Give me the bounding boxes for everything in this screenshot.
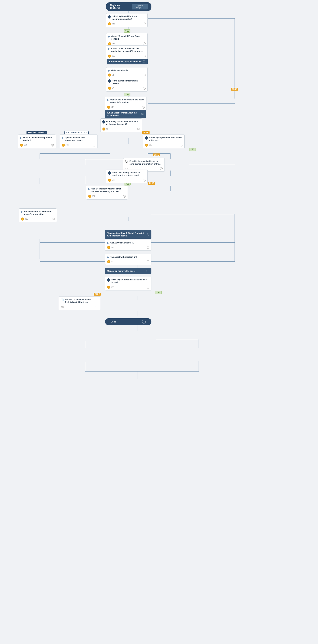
node-n16: ▶ Email the contact about the owner's in… [19,208,57,222]
info-icon-n8[interactable]: i [141,113,143,116]
arrow-icon-n15: ▶ [88,188,90,190]
decision-icon [107,15,111,18]
playbook-triggered-header: Playbook Triggered Inputs / Outputs [106,2,151,11]
info-icon-n16[interactable]: i [52,218,55,220]
section-n17-title: Tag asset on RiskIQ Digital Footprint wi… [107,232,147,237]
playbook-canvas: Playbook Triggered Inputs / Outputs Is R… [0,0,318,644]
info-icon-n13[interactable]: i [160,167,163,170]
node-n1-title: Is RiskIQ Digital Footprint integration … [112,15,146,20]
node-n14-id: #36 [112,179,115,181]
badge-else-n14: ELSE [148,182,155,185]
section-n4: Enrich incident with asset details i [107,59,148,64]
node-n3-title: Clean "Email address of the contact of t… [111,47,146,53]
badge-else-n9: ELSE [142,131,150,134]
info-icon-n9[interactable]: i [137,128,140,130]
lightning-icon-n5: ⚡ [108,74,111,76]
arrow-icon-n11: ▶ [62,136,64,139]
arrow-icon-n2: ▶ [108,35,110,38]
lightning-icon-n12: ⚡ [145,144,148,147]
badge-else-n12: ELSE [153,154,160,156]
info-icon-n18[interactable]: i [147,246,149,249]
node-n6: Is the owner's information present? ⚡ #2… [106,78,148,92]
arrow-icon-n3: ▶ [108,47,110,50]
badge-else-n6: ELSE [231,88,238,90]
node-n3-id: #30 [112,55,115,57]
node-n15: ▶ Update incident with the email address… [86,186,128,200]
arrow-icon-n5: ▶ [108,69,110,72]
node-n14: Is the user willing to send an email and… [106,170,148,184]
decision-icon-n12 [144,136,148,140]
info-icon-n17[interactable]: i [147,233,149,236]
section-n20: Update or Remove the asset i [105,268,151,274]
node-n9: Is primary or secondary contact of the a… [100,118,142,132]
decision-icon-n9 [102,120,106,124]
node-n3: ▶ Clean "Email address of the contact of… [106,46,148,59]
inputs-outputs-button[interactable]: Inputs / Outputs [132,4,148,10]
info-icon-n1[interactable]: i [143,22,146,25]
info-icon-n11[interactable]: i [93,144,95,146]
arrow-icon-n10: ▶ [20,136,22,139]
badge-secondary-contact: SECONDARY CONTACT [64,131,89,134]
node-n5-id: #1 [112,74,114,76]
node-n15-title: Update incident with the email address e… [91,188,126,193]
lightning-icon-n21: ⚡ [107,286,110,289]
node-n21: Is RiskIQ Skip Manual Tasks field set to… [105,276,151,290]
info-icon-n10[interactable]: i [51,144,54,146]
lightning-icon-n3: ⚡ [108,54,111,58]
info-icon-n22[interactable]: i [96,306,98,308]
node-n5: ▶ Get asset details ⚡ #1 i [106,67,148,78]
lightning-icon-n7: ⚡ [107,106,110,109]
info-icon-n3[interactable]: i [143,55,146,58]
badge-primary-contact: PRIMARY CONTACT [26,131,47,134]
node-n12-title: Is RiskIQ Skip Manual Tasks field set to… [149,136,182,142]
decision-icon-n21 [107,278,110,282]
info-icon-n12[interactable]: i [180,144,182,146]
lightning-icon-n2: ⚡ [108,42,111,45]
node-n14-title: Is the user willing to send an email and… [112,171,146,177]
lightning-icon-n15: ⚡ [88,195,91,198]
section-n4-title: Enrich incident with asset details [109,60,142,63]
info-icon-n14[interactable]: i [143,179,146,182]
info-icon-n5[interactable]: i [143,74,146,76]
info-icon-n6[interactable]: i [143,87,146,90]
lightning-icon-n19: ⚡ [107,260,110,263]
lightning-icon-n18: ⚡ [107,246,110,249]
node-n18: ▶ Get XSOAR Server URL ⚡ #26 i [105,240,151,251]
node-n12: Is RiskIQ Skip Manual Tasks field set to… [143,134,185,148]
info-icon-n15[interactable]: i [123,195,126,198]
info-icon-n7[interactable]: i [142,106,145,108]
done-icon: → [142,320,146,324]
info-icon-n21[interactable]: i [147,286,149,288]
info-icon-n2[interactable]: i [143,42,146,45]
node-n19-title: Tag asset with incident link [110,256,137,258]
node-n6-id: #2 [112,87,114,89]
node-n1: Is RiskIQ Digital Footprint integration … [106,13,148,27]
arrow-icon-n18: ▶ [107,242,109,244]
node-n22: 📄 Update Or Remove Assets - RiskIQ Digit… [59,296,100,310]
lightning-icon-n6: ⚡ [108,87,111,90]
node-n11-id: #34 [65,144,69,146]
node-n18-title: Get XSOAR Server URL [110,242,134,244]
node-n22-id: #33 [61,306,64,308]
node-n7: ▶ Update the incident with the asset own… [105,97,147,110]
node-n2-title: Clean "ServerURL" key from context [111,35,146,40]
node-n10-title: Update incident with primary contact [23,136,54,142]
node-n12-id: #28 [149,144,152,146]
info-icon-n19[interactable]: i [147,260,149,263]
decision-icon-n6 [107,79,111,83]
badge-yes-n6: YES [124,93,130,96]
node-n15-id: #37 [92,195,95,197]
node-n13-title: Provide the email address to send owner … [129,160,163,166]
node-n2-id: #31 [112,43,115,45]
info-icon-n4[interactable]: i [143,60,145,63]
info-icon-n20[interactable]: i [146,270,149,272]
arrow-icon-n16: ▶ [21,210,23,213]
connector-layer [0,0,318,644]
node-n2: ▶ Clean "ServerURL" key from context ⚡ #… [106,33,148,47]
node-n16-id: #25 [25,218,28,220]
section-n8-title: Email asset contact about the asset owne… [107,112,141,117]
node-n10-id: #24 [24,144,27,146]
node-n19-id: #4 [111,261,113,263]
badge-yes-n1: YES [124,29,130,32]
badge-yes-n21: YES [155,291,162,294]
